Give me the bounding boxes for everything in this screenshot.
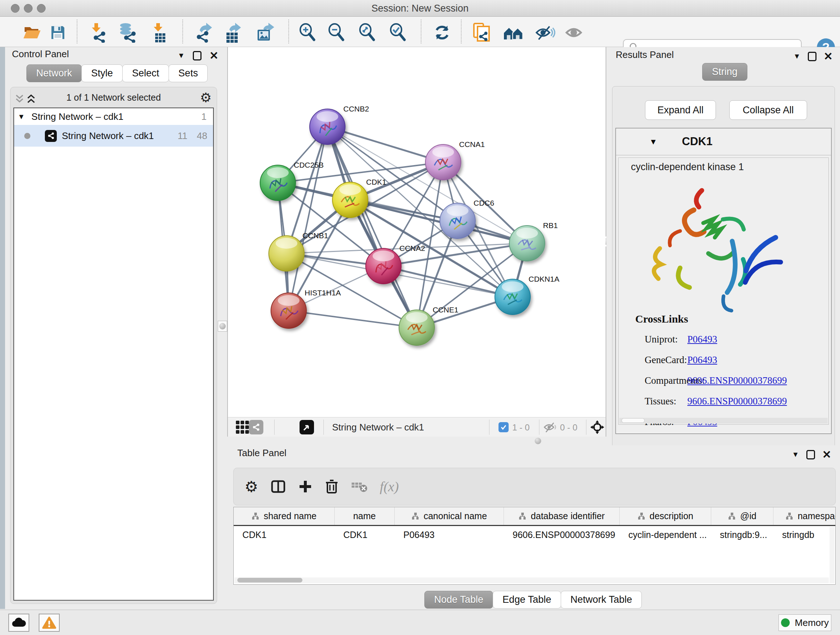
cloud-tasks-button[interactable] <box>8 614 29 632</box>
show-columns-icon[interactable] <box>271 479 286 494</box>
network-collection-row[interactable]: ▼ String Network – cdk1 1 <box>14 108 213 125</box>
network-node-CCNB2[interactable]: CCNB2 <box>309 105 369 144</box>
import-table-button[interactable] <box>150 22 170 43</box>
tab-style[interactable]: Style <box>81 65 123 82</box>
close-panel-icon[interactable]: ✕ <box>824 50 833 63</box>
tab-string[interactable]: String <box>702 63 747 81</box>
column-header-shared-name[interactable]: shared name <box>234 507 335 525</box>
zoom-fit-button[interactable] <box>357 22 377 43</box>
column-header-namespace[interactable]: namespace <box>774 507 836 525</box>
show-hide-panel-button[interactable] <box>564 22 584 43</box>
zoom-in-button[interactable] <box>297 22 317 43</box>
panel-menu-icon[interactable]: ▼ <box>793 52 801 60</box>
column-header-database-identifier[interactable]: database identifier <box>504 507 620 525</box>
tab-select[interactable]: Select <box>122 65 169 82</box>
import-network-icon <box>88 22 107 43</box>
tab-sets[interactable]: Sets <box>169 65 208 82</box>
delete-column-icon[interactable] <box>325 479 339 494</box>
table-vscrollbar[interactable] <box>829 527 835 583</box>
import-database-icon <box>118 22 137 43</box>
node-label: CCNB1 <box>302 231 328 240</box>
network-edge[interactable] <box>289 127 327 310</box>
string-home-button[interactable] <box>503 22 523 43</box>
table-options-gear-icon[interactable]: ⚙ <box>245 478 258 496</box>
table-cell[interactable]: stringdb:9... <box>711 526 774 545</box>
network-edge[interactable] <box>289 310 417 328</box>
network-options-gear-icon[interactable]: ⚙ <box>200 90 212 105</box>
crosslink-link[interactable]: 9606.ENSP00000378699 <box>687 375 787 386</box>
table-cell[interactable]: 9606.ENSP00000378699 <box>504 526 620 545</box>
add-column-icon[interactable] <box>298 479 313 494</box>
results-hscrollbar[interactable] <box>619 418 828 424</box>
export-table-button[interactable] <box>223 22 243 43</box>
hide-unhide-panels-button[interactable] <box>535 22 555 43</box>
tab-network-table[interactable]: Network Table <box>561 591 642 608</box>
network-node-CDKN1A[interactable]: CDKN1A <box>495 275 559 315</box>
open-session-button[interactable] <box>22 22 42 43</box>
selected-items-checkbox-icon[interactable] <box>499 422 508 432</box>
panel-menu-icon[interactable]: ▼ <box>792 450 799 459</box>
grid-view-icon[interactable] <box>235 420 249 434</box>
current-network-indicator-dot <box>24 133 30 139</box>
function-builder-button[interactable]: f(x) <box>380 478 399 494</box>
memory-button[interactable]: Memory <box>778 614 831 631</box>
close-panel-icon[interactable]: ✕ <box>822 448 831 461</box>
zoom-out-button[interactable] <box>326 22 347 43</box>
collapse-all-button[interactable]: Collapse All <box>729 100 807 120</box>
apply-layout-button[interactable] <box>432 22 452 43</box>
column-header-name[interactable]: name <box>335 507 395 525</box>
table-cell[interactable]: CDK1 <box>335 526 395 545</box>
protein-entry-header[interactable]: ▼ CDK1 <box>616 128 831 155</box>
table-row[interactable]: CDK1CDK1P064939606.ENSP00000378699cyclin… <box>234 526 835 545</box>
network-node-HIST1H1A[interactable]: HIST1H1A <box>271 288 341 328</box>
network-canvas[interactable]: CCNB2CCNA1CDC25BCDK1CDC6RB1CCNB1CCNA2CDK… <box>228 47 606 417</box>
panel-menu-icon[interactable]: ▼ <box>178 51 185 60</box>
float-panel-icon[interactable] <box>193 51 202 60</box>
hidden-items-eye-slash-icon[interactable] <box>543 422 558 432</box>
tab-edge-table[interactable]: Edge Table <box>493 591 561 608</box>
close-panel-icon[interactable]: ✕ <box>210 49 218 62</box>
node-gloss-highlight <box>267 167 289 178</box>
birds-eye-view-icon[interactable] <box>300 420 314 434</box>
network-style-icon[interactable] <box>249 420 264 434</box>
column-header--id[interactable]: @id <box>711 507 774 525</box>
export-network-button[interactable] <box>194 22 214 43</box>
float-panel-icon[interactable] <box>806 450 815 459</box>
table-cell[interactable]: CDK1 <box>234 526 335 545</box>
crosslink-link[interactable]: P06493 <box>687 355 717 366</box>
node-label: CDK1 <box>366 178 386 186</box>
table-cell[interactable]: P06493 <box>395 526 504 545</box>
column-header-canonical-name[interactable]: canonical name <box>395 507 504 525</box>
warning-icon <box>42 616 57 629</box>
crosslink-link[interactable]: 9606.ENSP00000378699 <box>687 396 787 407</box>
network-node-CCNA1[interactable]: CCNA1 <box>425 140 485 180</box>
left-splitter-handle[interactable] <box>218 321 227 332</box>
network-edge[interactable] <box>327 127 443 162</box>
zoom-selected-button[interactable] <box>388 22 408 43</box>
network-node-CDK1[interactable]: CDK1 <box>332 178 386 218</box>
network-edge[interactable] <box>327 127 417 328</box>
save-session-button[interactable] <box>48 22 68 43</box>
table-cell[interactable]: cyclin-dependent ... <box>620 526 711 545</box>
table-cell[interactable]: stringdb <box>774 526 836 545</box>
expand-all-button[interactable]: Expand All <box>645 100 716 120</box>
title-bar: Session: New Session <box>0 0 840 17</box>
import-network-from-database-button[interactable] <box>117 22 137 43</box>
network-node-RB1[interactable]: RB1 <box>509 221 558 261</box>
network-from-clipboard-button[interactable] <box>471 22 492 43</box>
tab-node-table[interactable]: Node Table <box>424 591 493 608</box>
tab-network[interactable]: Network <box>27 65 82 82</box>
export-image-button[interactable] <box>256 22 276 43</box>
entry-expander-icon[interactable]: ▼ <box>649 137 657 147</box>
tree-expander-icon[interactable]: ▼ <box>18 112 25 121</box>
network-node-CCNB1[interactable]: CCNB1 <box>269 231 328 271</box>
crosslink-link[interactable]: P06493 <box>687 334 717 345</box>
fit-selected-crosshair-icon[interactable] <box>590 420 605 435</box>
column-header-description[interactable]: description <box>620 507 711 525</box>
network-row-selected[interactable]: String Network – cdk1 11 48 <box>14 125 213 147</box>
float-panel-icon[interactable] <box>808 52 816 61</box>
delete-table-icon[interactable] <box>351 480 368 494</box>
table-hscrollbar[interactable] <box>234 578 829 583</box>
warnings-button[interactable] <box>39 614 60 632</box>
import-network-button[interactable] <box>87 22 107 43</box>
